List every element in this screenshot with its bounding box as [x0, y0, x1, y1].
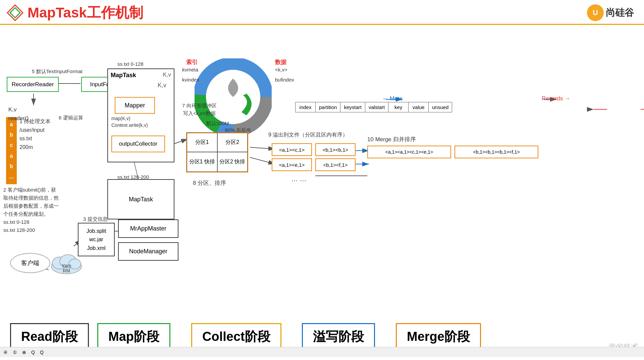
meta-table: index partition keystart valstart key va… — [295, 102, 452, 112]
svg-text:RM: RM — [63, 268, 70, 273]
svg-text:Yarn: Yarn — [62, 263, 71, 268]
svg-line-23 — [250, 157, 275, 164]
kvindex-label: kvindex — [182, 77, 199, 83]
data-red-label: 数据 — [275, 58, 286, 66]
partition2-cell: 分区2 — [217, 133, 248, 152]
nav-bar: ④ ① ⊕ Q Q — [0, 347, 644, 357]
nav-item-3[interactable]: ⊕ — [22, 350, 26, 355]
map-context-label: map(K,v) Context.write(k,v) — [111, 115, 148, 128]
step8-label: 8 分区、排序 — [193, 179, 226, 187]
svg-line-22 — [250, 147, 275, 149]
input-data-block: a b c a b … — [6, 117, 17, 184]
spill-bb1-box: <b,1><b,1> — [315, 143, 356, 156]
partition2-sort-cell: 分区2 快排 — [217, 152, 248, 172]
merge-result2-box: <b,1><b,1><b,1><f,1> — [454, 146, 538, 158]
phase-merge-box: Merge阶段 — [396, 323, 481, 350]
page-header: MapTask工作机制 U 尚硅谷 — [0, 0, 644, 25]
kv-reader-label: K,v reader() — [8, 105, 29, 122]
svg-text:U: U — [593, 8, 598, 17]
table-header-value: value — [409, 102, 429, 112]
kvmeta-label: kvmeta — [182, 67, 198, 72]
brand-icon: U — [587, 4, 604, 21]
phase-read-box: Read阶段 — [10, 323, 89, 350]
table-header-keystart: keystart — [340, 102, 365, 112]
sort-partition-area: 分区1 分区2 分区1 快排 分区2 快排 — [186, 132, 248, 172]
table-header-valstart: valstart — [365, 102, 388, 112]
node-manager-box: NodeManager — [118, 242, 178, 261]
step3-label: 3 提交信息 — [83, 216, 108, 222]
yarn-cloud: Yarn RM — [50, 248, 83, 275]
output-collector-box: outputCollector — [111, 136, 165, 152]
diagram-area: a b c a b … 1 待处理文本 /user/input ss.txt 2… — [0, 25, 644, 357]
step7-label: 7 向环形缓冲区 写入<k,v>数据 — [182, 102, 217, 117]
nav-item-1[interactable]: ④ — [3, 350, 8, 355]
table-header-index: index — [296, 102, 316, 112]
header-left: MapTask工作机制 — [7, 3, 143, 22]
mapper-box: Mapper — [115, 97, 155, 114]
merge-result1-box: <a,1><a,1><c,1><e,1> — [367, 146, 451, 158]
brand-logo: U 尚硅谷 — [587, 4, 634, 21]
job-split-box: Job.split wc.jar Job.xml — [78, 223, 115, 256]
nav-item-2[interactable]: ① — [13, 350, 17, 355]
step6-label: 6 逻辑运算 — [59, 115, 83, 121]
step10-label: 10 Merge 归并排序 — [367, 136, 416, 143]
table-header-partition: partition — [316, 102, 340, 112]
index-red-label: 索引 — [186, 58, 198, 66]
phase-collect-box: Collect阶段 — [191, 323, 281, 350]
kv-data-label: <k,v> — [275, 67, 287, 72]
logo-icon — [7, 4, 23, 21]
client-ellipse: 客户端 — [10, 253, 50, 273]
spill-ae1-box: <a,1><e,1> — [272, 158, 312, 171]
mrapp-master-box: MrAppMaster — [118, 219, 178, 238]
bufindex-label: bufindex — [275, 77, 294, 83]
step9-label: 9 溢出到文件（分区且区内有序） — [268, 132, 348, 139]
arrows-overlay — [0, 25, 644, 357]
dots-label: … … — [291, 175, 307, 183]
nav-item-4[interactable]: Q — [31, 350, 35, 355]
brand-name: 尚硅谷 — [606, 6, 634, 19]
spill-ac1-box: <a,1><c,1> — [272, 143, 312, 156]
records-arrow-label: Records → — [542, 95, 570, 102]
table-header-unsued: unsued — [429, 102, 452, 112]
recorder-reader-box: RecorderReader — [7, 77, 59, 92]
default-100m-label: 默认100M — [206, 120, 229, 127]
spill-bf1-box: <b,1><f,1> — [315, 158, 356, 171]
partition1-cell: 分区1 — [187, 133, 217, 152]
kv-arrow-label: K,v — [158, 82, 166, 89]
maptask-box-2: MapTask — [107, 179, 174, 219]
meta-arrow-label: ← Meta — [382, 95, 402, 102]
table-header-key: key — [388, 102, 409, 112]
nav-item-5[interactable]: Q — [40, 350, 44, 355]
partition1-sort-cell: 分区1 快排 — [187, 152, 217, 172]
phase-spill-box: 溢写阶段 — [302, 323, 375, 350]
step5-label: 5 默认TextInputFormat — [32, 68, 83, 75]
page-title: MapTask工作机制 — [28, 3, 143, 22]
phase-map-box: Map阶段 — [97, 323, 170, 350]
sstxt-0-128-label: ss.txt 0-128 — [117, 61, 144, 67]
